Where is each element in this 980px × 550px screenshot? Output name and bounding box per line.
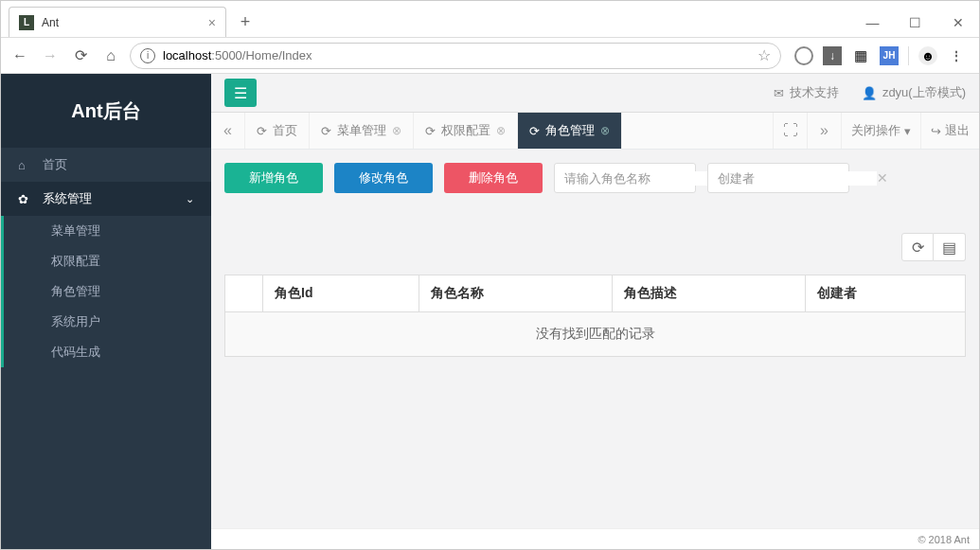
jh-extension-icon[interactable]: JH <box>880 46 899 65</box>
logout-icon: ↪ <box>931 124 941 138</box>
creator-filter[interactable]: ✕ <box>707 163 849 193</box>
close-icon[interactable]: × <box>208 15 216 30</box>
column-header[interactable]: 角色Id <box>263 275 419 312</box>
footer: © 2018 Ant <box>211 528 979 549</box>
close-icon[interactable]: ⊗ <box>600 124 610 137</box>
sidebar-sub-permission[interactable]: 权限配置 <box>4 246 211 276</box>
download-icon[interactable]: ↓ <box>823 46 842 65</box>
close-operations-menu[interactable]: 关闭操作 ▾ <box>841 113 920 149</box>
avatar-icon[interactable]: ☻ <box>918 46 937 65</box>
sidebar-item-system[interactable]: ✿ 系统管理 ⌄ <box>1 182 211 216</box>
topbar: ☰ ✉ 技术支持 👤 zdyu(上帝模式) <box>211 74 979 112</box>
back-button[interactable]: ← <box>9 44 31 67</box>
column-header[interactable]: 创建者 <box>806 275 966 312</box>
reload-button[interactable]: ⟳ <box>69 44 92 67</box>
home-button[interactable]: ⌂ <box>99 44 122 67</box>
forward-button[interactable]: → <box>39 44 62 67</box>
browser-tab[interactable]: L Ant × <box>9 7 226 37</box>
sidebar-item-label: 系统管理 <box>43 190 92 207</box>
refresh-table-button[interactable]: ⟳ <box>901 233 934 261</box>
add-button[interactable]: 新增角色 <box>224 163 323 193</box>
role-name-input[interactable] <box>564 171 723 186</box>
role-name-filter[interactable]: ✕ <box>554 163 696 193</box>
toolbar: 新增角色 修改角色 删除角色 ✕ ✕ <box>224 163 966 193</box>
page-tabs: « 首页 菜单管理 ⊗ 权限配置 ⊗ 角色管理 <box>211 112 979 150</box>
sidebar-sub-menu[interactable]: 菜单管理 <box>4 216 211 246</box>
tab-home[interactable]: 首页 <box>245 113 310 149</box>
maximize-button[interactable]: ☐ <box>894 9 936 37</box>
tab-role-mgmt[interactable]: 角色管理 ⊗ <box>518 113 622 149</box>
extension-icon[interactable] <box>794 46 813 65</box>
tabs-scroll-right[interactable]: » <box>807 113 841 149</box>
sidebar-sub-role[interactable]: 角色管理 <box>4 276 211 307</box>
delete-button[interactable]: 删除角色 <box>444 163 543 193</box>
caret-down-icon: ▾ <box>904 124 911 138</box>
address-bar: ← → ⟳ ⌂ i localhost:5000/Home/Index ☆ ↓ … <box>1 38 979 74</box>
checkbox-column[interactable] <box>225 275 263 312</box>
close-icon[interactable]: ⊗ <box>496 124 506 137</box>
close-window-button[interactable]: ✕ <box>936 9 979 37</box>
sidebar-item-label: 首页 <box>43 156 67 173</box>
support-link[interactable]: ✉ 技术支持 <box>774 84 839 101</box>
tabs-scroll-left[interactable]: « <box>211 113 245 149</box>
divider <box>908 46 909 65</box>
url-path: :5000/Home/Index <box>211 48 312 62</box>
browser-titlebar: L Ant × + — ☐ ✕ <box>1 1 979 38</box>
clear-icon[interactable]: ✕ <box>877 170 888 186</box>
home-icon: ⌂ <box>18 158 33 172</box>
sidebar-sub-codegen[interactable]: 代码生成 <box>4 337 211 367</box>
fullscreen-button[interactable]: ⛶ <box>773 113 807 149</box>
sidebar: Ant后台 ⌂ 首页 ✿ 系统管理 ⌄ 菜单管理 权限配置 角色管理 系统用户 … <box>1 74 211 549</box>
menu-icon[interactable]: ⋮ <box>947 46 966 65</box>
url-host: localhost <box>163 48 211 62</box>
chevron-down-icon: ⌄ <box>186 193 194 205</box>
logout-button[interactable]: ↪ 退出 <box>920 113 979 149</box>
tab-title: Ant <box>42 16 208 29</box>
refresh-icon <box>425 124 436 138</box>
columns-button[interactable]: ▤ <box>934 233 966 261</box>
sidebar-sub-user[interactable]: 系统用户 <box>4 307 211 337</box>
envelope-icon: ✉ <box>774 86 784 100</box>
refresh-icon <box>257 124 267 138</box>
edit-button[interactable]: 修改角色 <box>334 163 433 193</box>
minimize-button[interactable]: — <box>851 9 894 37</box>
column-header[interactable]: 角色描述 <box>613 275 806 312</box>
empty-message: 没有找到匹配的记录 <box>225 312 966 357</box>
tab-menu-mgmt[interactable]: 菜单管理 ⊗ <box>310 113 414 149</box>
bookmark-icon[interactable]: ☆ <box>757 46 771 64</box>
creator-input[interactable] <box>718 171 877 186</box>
tab-permission[interactable]: 权限配置 ⊗ <box>414 113 518 149</box>
url-input[interactable]: i localhost:5000/Home/Index ☆ <box>130 43 781 69</box>
gear-icon: ✿ <box>18 192 33 206</box>
role-table: 角色Id 角色名称 角色描述 创建者 没有找到匹配的记录 <box>224 275 966 357</box>
brand-title: Ant后台 <box>1 74 211 148</box>
user-menu[interactable]: 👤 zdyu(上帝模式) <box>862 84 966 101</box>
refresh-icon <box>321 124 331 138</box>
refresh-icon <box>529 124 540 138</box>
new-tab-button[interactable]: + <box>232 9 258 35</box>
info-icon[interactable]: i <box>140 48 155 63</box>
qr-icon[interactable]: ▦ <box>851 46 870 65</box>
favicon: L <box>19 15 34 30</box>
sidebar-item-home[interactable]: ⌂ 首页 <box>1 148 211 182</box>
close-icon[interactable]: ⊗ <box>392 124 401 137</box>
user-icon: 👤 <box>862 86 877 100</box>
hamburger-button[interactable]: ☰ <box>224 79 257 107</box>
column-header[interactable]: 角色名称 <box>419 275 612 312</box>
